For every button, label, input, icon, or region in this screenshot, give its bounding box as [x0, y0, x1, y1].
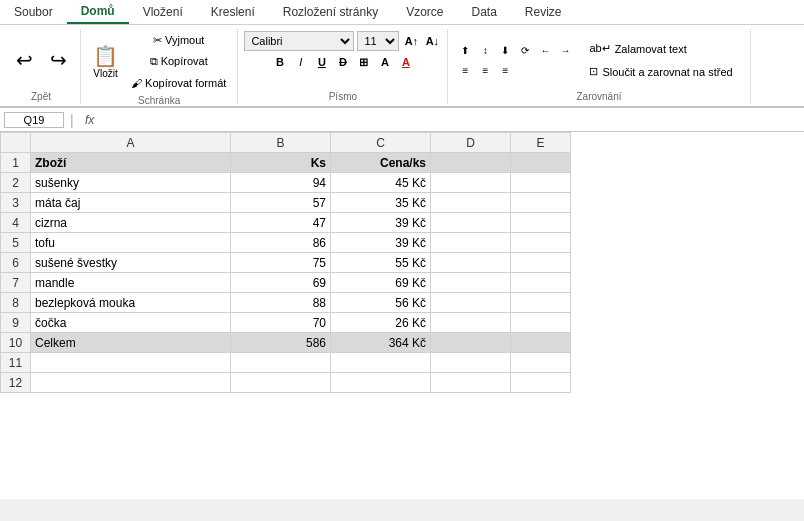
cell-3-C[interactable]: 35 Kč: [331, 193, 431, 213]
paste-button[interactable]: 📋 Vložit: [87, 42, 124, 83]
cell-5-E[interactable]: [511, 233, 571, 253]
cell-11-E[interactable]: [511, 353, 571, 373]
align-right-button[interactable]: ≡: [496, 61, 514, 79]
align-bottom-button[interactable]: ⬇: [496, 41, 514, 59]
cell-2-A[interactable]: sušenky: [31, 173, 231, 193]
cell-3-E[interactable]: [511, 193, 571, 213]
tab-soubor[interactable]: Soubor: [0, 0, 67, 24]
wrap-text-button[interactable]: ab↵ Zalamovat text: [584, 39, 737, 58]
cell-5-C[interactable]: 39 Kč: [331, 233, 431, 253]
cell-12-D[interactable]: [431, 373, 511, 393]
cell-8-A[interactable]: bezlepková mouka: [31, 293, 231, 313]
cell-1-A[interactable]: Zboží: [31, 153, 231, 173]
rotate-text-button[interactable]: ⟳: [516, 41, 534, 59]
underline-button[interactable]: U: [313, 53, 331, 71]
tab-revize[interactable]: Revize: [511, 0, 576, 24]
cell-12-E[interactable]: [511, 373, 571, 393]
col-header-c[interactable]: C: [331, 133, 431, 153]
cell-3-B[interactable]: 57: [231, 193, 331, 213]
cell-3-D[interactable]: [431, 193, 511, 213]
cell-1-C[interactable]: Cena/ks: [331, 153, 431, 173]
cell-1-D[interactable]: [431, 153, 511, 173]
cell-10-B[interactable]: 586: [231, 333, 331, 353]
cell-11-B[interactable]: [231, 353, 331, 373]
cell-1-E[interactable]: [511, 153, 571, 173]
tab-domu[interactable]: Domů: [67, 0, 129, 24]
cell-7-D[interactable]: [431, 273, 511, 293]
cell-9-B[interactable]: 70: [231, 313, 331, 333]
cell-2-B[interactable]: 94: [231, 173, 331, 193]
cut-button[interactable]: ✂ Vyjmout: [126, 31, 231, 50]
cell-7-B[interactable]: 69: [231, 273, 331, 293]
cell-7-E[interactable]: [511, 273, 571, 293]
cell-4-A[interactable]: cizrna: [31, 213, 231, 233]
cell-2-C[interactable]: 45 Kč: [331, 173, 431, 193]
col-header-e[interactable]: E: [511, 133, 571, 153]
tab-vlozeni[interactable]: Vložení: [129, 0, 197, 24]
align-top-button[interactable]: ⬆: [456, 41, 474, 59]
cell-9-E[interactable]: [511, 313, 571, 333]
cell-9-C[interactable]: 26 Kč: [331, 313, 431, 333]
cell-5-B[interactable]: 86: [231, 233, 331, 253]
cell-11-A[interactable]: [31, 353, 231, 373]
cell-4-D[interactable]: [431, 213, 511, 233]
cell-4-E[interactable]: [511, 213, 571, 233]
tab-vzorce[interactable]: Vzorce: [392, 0, 457, 24]
cell-6-E[interactable]: [511, 253, 571, 273]
indent-decrease-button[interactable]: ←: [536, 41, 554, 59]
align-middle-button[interactable]: ↕: [476, 41, 494, 59]
cell-4-C[interactable]: 39 Kč: [331, 213, 431, 233]
cell-8-C[interactable]: 56 Kč: [331, 293, 431, 313]
tab-data[interactable]: Data: [458, 0, 511, 24]
font-shrink-button[interactable]: A↓: [423, 32, 441, 50]
cell-10-E[interactable]: [511, 333, 571, 353]
cell-10-A[interactable]: Celkem: [31, 333, 231, 353]
tab-rozlozeni[interactable]: Rozložení stránky: [269, 0, 392, 24]
cell-12-B[interactable]: [231, 373, 331, 393]
copy-button[interactable]: ⧉ Kopírovat: [126, 52, 231, 71]
cell-12-A[interactable]: [31, 373, 231, 393]
cell-7-A[interactable]: mandle: [31, 273, 231, 293]
indent-increase-button[interactable]: →: [556, 41, 574, 59]
undo-button[interactable]: ↩: [8, 46, 40, 74]
font-family-select[interactable]: Calibri: [244, 31, 354, 51]
cell-1-B[interactable]: Ks: [231, 153, 331, 173]
cell-10-D[interactable]: [431, 333, 511, 353]
col-header-d[interactable]: D: [431, 133, 511, 153]
cell-9-D[interactable]: [431, 313, 511, 333]
cell-10-C[interactable]: 364 Kč: [331, 333, 431, 353]
cell-2-E[interactable]: [511, 173, 571, 193]
col-header-a[interactable]: A: [31, 133, 231, 153]
italic-button[interactable]: I: [292, 53, 310, 71]
fill-color-button[interactable]: A: [376, 53, 394, 71]
bold-button[interactable]: B: [271, 53, 289, 71]
cell-6-D[interactable]: [431, 253, 511, 273]
cell-8-E[interactable]: [511, 293, 571, 313]
cell-4-B[interactable]: 47: [231, 213, 331, 233]
cell-5-D[interactable]: [431, 233, 511, 253]
cell-6-A[interactable]: sušené švestky: [31, 253, 231, 273]
spreadsheet-container[interactable]: A B C D E 1ZbožíKsCena/ks2sušenky9445 Kč…: [0, 132, 804, 499]
col-header-b[interactable]: B: [231, 133, 331, 153]
cell-9-A[interactable]: čočka: [31, 313, 231, 333]
cell-12-C[interactable]: [331, 373, 431, 393]
font-size-select[interactable]: 11: [357, 31, 399, 51]
border-button[interactable]: ⊞: [355, 53, 373, 71]
format-painter-button[interactable]: 🖌 Kopírovat formát: [126, 74, 231, 93]
cell-2-D[interactable]: [431, 173, 511, 193]
cell-5-A[interactable]: tofu: [31, 233, 231, 253]
cell-8-D[interactable]: [431, 293, 511, 313]
cell-3-A[interactable]: máta čaj: [31, 193, 231, 213]
strikethrough-button[interactable]: D: [334, 53, 352, 71]
redo-button[interactable]: ↪: [42, 46, 74, 74]
cell-11-D[interactable]: [431, 353, 511, 373]
cell-8-B[interactable]: 88: [231, 293, 331, 313]
font-color-button[interactable]: A: [397, 53, 415, 71]
tab-kresleni[interactable]: Kreslení: [197, 0, 269, 24]
cell-reference-input[interactable]: [4, 112, 64, 128]
cell-11-C[interactable]: [331, 353, 431, 373]
align-center-button[interactable]: ≡: [476, 61, 494, 79]
align-left-button[interactable]: ≡: [456, 61, 474, 79]
merge-center-button[interactable]: ⊡ Sloučit a zarovnat na střed: [584, 62, 737, 81]
formula-input[interactable]: [104, 112, 800, 128]
